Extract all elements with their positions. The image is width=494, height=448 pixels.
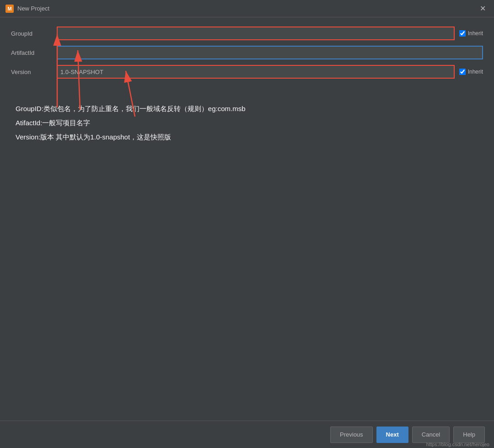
- watermark: https://blog.csdn.net/herojeo: [426, 442, 489, 447]
- title-bar: M New Project ✕: [0, 0, 494, 17]
- app-icon: M: [5, 5, 14, 13]
- previous-button[interactable]: Previous: [330, 427, 373, 443]
- groupid-label: GroupId: [11, 30, 52, 37]
- annotation-text: GroupID:类似包名，为了防止重名，我们一般域名反转（规则）eg:com.m…: [16, 102, 483, 143]
- version-inherit-checkbox[interactable]: [459, 69, 466, 75]
- artifactid-row: ArtifactId: [11, 46, 483, 59]
- dialog-window: M New Project ✕ GroupId Inherit Artifact…: [0, 0, 494, 448]
- version-inherit-check: Inherit: [459, 69, 483, 75]
- title-bar-left: M New Project: [5, 5, 49, 13]
- next-button[interactable]: Next: [376, 427, 408, 443]
- groupid-inherit-checkbox[interactable]: [459, 30, 466, 37]
- artifactid-label: ArtifactId: [11, 49, 52, 56]
- version-row: Version Inherit: [11, 65, 483, 79]
- version-input[interactable]: [57, 65, 455, 79]
- help-button[interactable]: Help: [453, 427, 485, 443]
- groupid-inherit-label: Inherit: [468, 30, 483, 37]
- annotation-line1: GroupID:类似包名，为了防止重名，我们一般域名反转（规则）eg:com.m…: [16, 102, 483, 115]
- window-title: New Project: [17, 5, 49, 12]
- groupid-row: GroupId Inherit: [11, 27, 483, 40]
- version-inherit-label: Inherit: [468, 69, 483, 75]
- groupid-input[interactable]: [57, 27, 455, 40]
- close-button[interactable]: ✕: [477, 4, 489, 13]
- footer-area: Previous Next Cancel Help https://blog.c…: [0, 421, 494, 448]
- version-label: Version: [11, 69, 52, 75]
- annotation-area: GroupID:类似包名，为了防止重名，我们一般域名反转（规则）eg:com.m…: [11, 98, 483, 145]
- artifactid-input[interactable]: [57, 46, 483, 59]
- content-area: GroupId Inherit ArtifactId Version Inher…: [0, 17, 494, 421]
- cancel-button[interactable]: Cancel: [412, 427, 450, 443]
- groupid-inherit-check: Inherit: [459, 30, 483, 37]
- annotation-line3: Version:版本 其中默认为1.0-snapshot，这是快照版: [16, 131, 483, 143]
- annotation-line2: AtifactId:一般写项目名字: [16, 117, 483, 129]
